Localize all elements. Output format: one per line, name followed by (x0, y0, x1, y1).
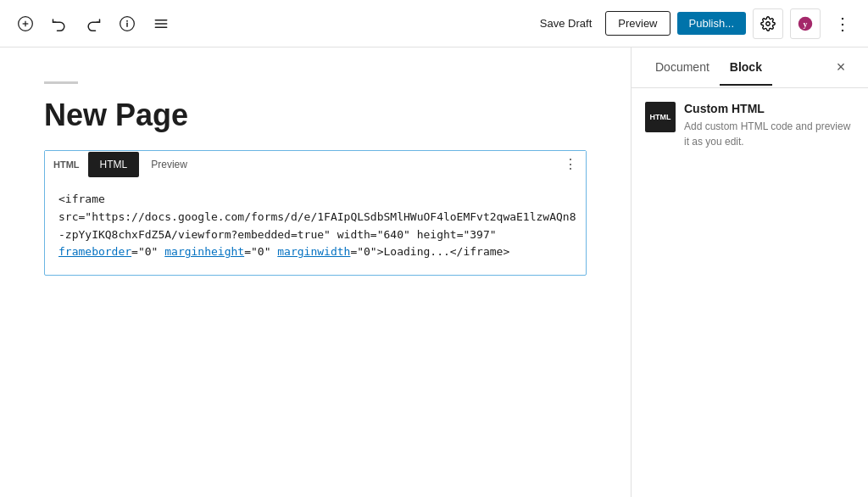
gear-icon (760, 16, 776, 31)
undo-button[interactable] (44, 8, 75, 39)
block-info-title: Custom HTML (684, 102, 854, 115)
svg-text:y: y (804, 19, 808, 28)
save-draft-button[interactable]: Save Draft (533, 12, 598, 35)
add-icon (17, 15, 34, 32)
code-mh-val: "0" (251, 245, 270, 258)
code-fb-eq: = (131, 245, 138, 258)
block-info-text: Custom HTML Add custom HTML code and pre… (684, 102, 854, 149)
tab-html[interactable]: HTML (88, 152, 140, 177)
sidebar-body: HTML Custom HTML Add custom HTML code an… (632, 88, 868, 163)
code-tag-open: <iframe (58, 193, 105, 205)
preview-button[interactable]: Preview (605, 11, 670, 36)
editor-area: New Page HTML HTML Preview ⋮ <iframe src… (0, 47, 631, 497)
ellipsis-icon: ⋮ (834, 14, 852, 34)
editor-content: New Page HTML HTML Preview ⋮ <iframe src… (27, 81, 604, 276)
yoast-icon: y (798, 16, 813, 31)
code-marginwidth: marginwidth (277, 245, 350, 258)
tab-document[interactable]: Document (645, 50, 720, 86)
code-height: height= (417, 228, 464, 241)
page-title[interactable]: New Page (44, 98, 587, 133)
block-info-panel: HTML Custom HTML Add custom HTML code an… (645, 102, 854, 149)
code-fb-val: "0" (138, 245, 158, 258)
redo-button[interactable] (78, 8, 108, 39)
block-info-description: Add custom HTML code and preview it as y… (684, 119, 854, 149)
tab-block[interactable]: Block (720, 50, 772, 86)
yoast-button[interactable]: y (790, 8, 821, 39)
code-height-val: "397" (463, 228, 496, 241)
main-layout: New Page HTML HTML Preview ⋮ <iframe src… (0, 47, 868, 497)
html-block: HTML HTML Preview ⋮ <iframe src="https:/… (44, 150, 587, 276)
code-src-val: "https://docs.google.com/forms/d/e/1FAIp… (85, 210, 576, 223)
redo-icon (85, 15, 102, 32)
code-width-val: "640" (377, 228, 410, 241)
block-more-options-button[interactable]: ⋮ (555, 151, 586, 177)
toolbar-right: Save Draft Preview Publish... y ⋮ (533, 8, 858, 39)
toolbar: Save Draft Preview Publish... y ⋮ (0, 0, 868, 47)
add-block-button[interactable] (10, 8, 41, 39)
toolbar-left (10, 8, 533, 39)
code-mh-eq: = (244, 245, 251, 258)
sidebar: Document Block × HTML Custom HTML Add cu… (631, 47, 868, 497)
publish-button[interactable]: Publish... (677, 12, 746, 35)
undo-icon (51, 15, 68, 32)
more-options-button[interactable]: ⋮ (827, 8, 858, 39)
info-button[interactable] (112, 8, 142, 39)
list-icon (153, 15, 170, 32)
code-frameborder: frameborder (58, 245, 131, 258)
sidebar-header: Document Block × (632, 47, 868, 88)
info-icon (119, 15, 136, 32)
list-view-button[interactable] (146, 8, 176, 39)
title-divider (44, 81, 78, 84)
code-src-attr: src= (58, 210, 85, 223)
code-width: width= (337, 228, 377, 241)
code-marginheight: marginheight (164, 245, 244, 258)
tab-preview[interactable]: Preview (139, 152, 199, 177)
block-type-badge: HTML (645, 102, 676, 132)
settings-button[interactable] (753, 8, 783, 39)
code-src-val2: -zpYyIKQ8chxFdZ5A/viewform?embedded=true… (58, 228, 331, 241)
sidebar-close-button[interactable]: × (827, 54, 854, 81)
code-editor[interactable]: <iframe src="https://docs.google.com/for… (45, 177, 586, 275)
code-loading: >Loading...</iframe> (377, 245, 510, 258)
block-tabs-bar: HTML HTML Preview ⋮ (45, 151, 586, 177)
html-label-tag: HTML (45, 153, 88, 176)
code-mw-val: "0" (357, 245, 376, 258)
svg-point-9 (766, 21, 771, 25)
